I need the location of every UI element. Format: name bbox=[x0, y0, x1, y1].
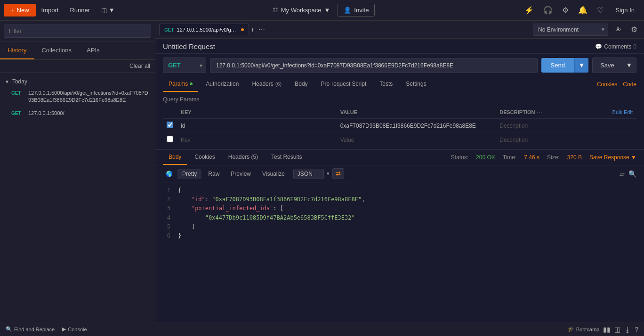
plus-icon: + bbox=[10, 7, 14, 14]
save-response-button[interactable]: Save Response ▼ bbox=[589, 154, 636, 161]
bottom-left: 🔍 Find and Replace ▶ Console bbox=[6, 326, 87, 332]
response-actions: ▱ 🔍 bbox=[620, 170, 636, 178]
more-tabs-button[interactable]: ⋯ bbox=[257, 25, 267, 34]
layout-button[interactable]: ◫ ▼ bbox=[96, 4, 120, 16]
param-desc-empty[interactable] bbox=[499, 137, 633, 143]
method-badge-get-1: GET bbox=[11, 111, 24, 116]
runner-button[interactable]: Runner bbox=[64, 4, 96, 16]
send-dropdown-button[interactable]: ▼ bbox=[574, 58, 588, 73]
param-value-empty[interactable] bbox=[340, 137, 492, 143]
params-tab-headers[interactable]: Headers (6) bbox=[246, 77, 287, 92]
params-table: KEY VALUE DESCRIPTION ⋯ Bulk Edit bbox=[163, 106, 636, 147]
today-label: Today bbox=[12, 78, 27, 85]
navbar: + New Import Runner ◫ ▼ ☷ My Workspace ▼… bbox=[0, 0, 644, 21]
today-section-header[interactable]: ▼ Today bbox=[0, 76, 155, 87]
cookies-code-buttons: Cookies Code bbox=[597, 81, 636, 88]
new-button[interactable]: + New bbox=[4, 4, 36, 16]
search-button[interactable]: 🔍 bbox=[628, 170, 636, 178]
param-key-empty[interactable] bbox=[181, 137, 333, 143]
sign-in-button[interactable]: Sign In bbox=[610, 4, 640, 16]
cookies-link-button[interactable]: Cookies bbox=[597, 81, 617, 88]
params-tab-body[interactable]: Body bbox=[289, 77, 313, 92]
request-tab-0[interactable]: GET 127.0.0.1:5000/api/v0/get_infec... bbox=[159, 24, 249, 35]
url-input[interactable] bbox=[210, 58, 538, 73]
invite-button[interactable]: 👤 Invite bbox=[338, 4, 375, 16]
response-tab-headers[interactable]: Headers (5) bbox=[223, 150, 264, 165]
bottom-right: 🎓 Bootcamp ▮▮ ◫ ⭳ ? bbox=[568, 326, 638, 333]
split-icon-button[interactable]: ◫ bbox=[614, 326, 620, 333]
bulk-edit-button[interactable]: Bulk Edit bbox=[612, 109, 633, 115]
lightning-icon-button[interactable]: ⚡ bbox=[522, 4, 537, 16]
response-tab-test-results[interactable]: Test Results bbox=[266, 150, 307, 165]
params-tab-settings[interactable]: Settings bbox=[400, 77, 432, 92]
code-line-6: } bbox=[178, 231, 636, 240]
method-select[interactable]: GET POST PUT DELETE PATCH bbox=[163, 57, 206, 73]
send-button[interactable]: Send bbox=[541, 58, 574, 73]
url-bar: GET POST PUT DELETE PATCH ▼ Send ▼ Save … bbox=[155, 54, 644, 77]
copy-button[interactable]: ▱ bbox=[620, 170, 625, 178]
params-tab-pre-request[interactable]: Pre-request Script bbox=[315, 77, 372, 92]
settings-icon-button[interactable]: ⚙ bbox=[559, 4, 572, 16]
key-header: KEY bbox=[177, 106, 337, 119]
workspace-button[interactable]: ☷ My Workspace ▼ bbox=[267, 4, 336, 16]
bootcamp-button[interactable]: 🎓 Bootcamp bbox=[568, 326, 600, 332]
history-url-0: 127.0.0.1:5000/api/v0/get_infections?id=… bbox=[28, 90, 150, 104]
code-content: { "id": "0xaF7087D93B08Ea1f3866E9D2Fc7d2… bbox=[178, 186, 636, 240]
globe-icon-button[interactable]: 🌎 bbox=[163, 169, 176, 179]
clear-all-button[interactable]: Clear all bbox=[129, 63, 150, 69]
params-tab-authorization[interactable]: Authorization bbox=[200, 77, 244, 92]
param-checkbox-0[interactable] bbox=[167, 122, 173, 128]
comments-button[interactable]: 💬 Comments 0 bbox=[595, 43, 636, 50]
status-value: 200 OK bbox=[476, 154, 495, 161]
workspace-label: My Workspace bbox=[281, 7, 322, 14]
eye-icon-button[interactable]: 👁 bbox=[612, 24, 624, 35]
code-link-button[interactable]: Code bbox=[623, 81, 636, 88]
format-tab-raw[interactable]: Raw bbox=[203, 169, 224, 179]
add-tab-button[interactable]: + bbox=[249, 25, 257, 34]
response-area: Body Cookies Headers (5) Test Results St… bbox=[155, 149, 644, 322]
layout-columns-icon-button[interactable]: ▮▮ bbox=[603, 326, 611, 333]
import-button[interactable]: Import bbox=[36, 4, 64, 16]
sidebar-tab-apis[interactable]: APIs bbox=[79, 42, 107, 59]
params-tab-tests[interactable]: Tests bbox=[374, 77, 398, 92]
time-label: Time: bbox=[503, 154, 517, 161]
history-item-0[interactable]: GET 127.0.0.1:5000/api/v0/get_infections… bbox=[0, 87, 155, 107]
method-select-wrapper: GET POST PUT DELETE PATCH ▼ bbox=[163, 57, 206, 73]
console-button[interactable]: ▶ Console bbox=[62, 326, 87, 332]
query-params-section: Query Params KEY VALUE DESCRIPTION ⋯ bbox=[155, 92, 644, 149]
gear-icon-button[interactable]: ⚙ bbox=[628, 23, 640, 36]
format-tab-preview[interactable]: Preview bbox=[226, 169, 256, 179]
bottom-bar: 🔍 Find and Replace ▶ Console 🎓 Bootcamp … bbox=[0, 322, 644, 336]
heart-icon-button[interactable]: ♡ bbox=[594, 4, 606, 16]
param-key-0[interactable] bbox=[181, 123, 333, 129]
bell-icon-button[interactable]: 🔔 bbox=[575, 4, 590, 16]
sidebar-tabs: History Collections APIs bbox=[0, 42, 155, 60]
find-replace-button[interactable]: 🔍 Find and Replace bbox=[6, 326, 55, 332]
params-active-dot bbox=[190, 82, 193, 85]
new-label: New bbox=[17, 7, 29, 14]
format-tab-visualize[interactable]: Visualize bbox=[258, 169, 290, 179]
download-icon-button[interactable]: ⭳ bbox=[624, 326, 631, 333]
save-button[interactable]: Save bbox=[592, 57, 622, 73]
format-tab-pretty[interactable]: Pretty bbox=[177, 169, 201, 179]
headphones-icon-button[interactable]: 🎧 bbox=[540, 4, 555, 16]
save-dropdown-button[interactable]: ▼ bbox=[622, 57, 636, 73]
response-tab-body[interactable]: Body bbox=[163, 150, 187, 165]
more-options-button[interactable]: ⋯ bbox=[536, 108, 542, 115]
response-tab-cookies[interactable]: Cookies bbox=[189, 150, 220, 165]
navbar-center: ☷ My Workspace ▼ 👤 Invite bbox=[121, 4, 522, 16]
filter-input[interactable] bbox=[4, 25, 151, 38]
chevron-down-icon: ▼ bbox=[324, 7, 330, 14]
history-item-1[interactable]: GET 127.0.0.1:5000/ bbox=[0, 107, 155, 120]
param-desc-0[interactable] bbox=[499, 123, 633, 129]
wrap-toggle-button[interactable]: ⇄ bbox=[332, 168, 344, 179]
help-icon-button[interactable]: ? bbox=[635, 326, 638, 333]
param-checkbox-empty[interactable] bbox=[167, 136, 173, 142]
sidebar-tab-history[interactable]: History bbox=[0, 42, 34, 59]
sidebar-tab-collections[interactable]: Collections bbox=[34, 42, 79, 59]
code-line-3: "potential_infected_ids": [ bbox=[178, 204, 636, 213]
format-select[interactable]: JSON XML HTML Text bbox=[293, 169, 324, 179]
params-tab-params[interactable]: Params bbox=[163, 77, 198, 92]
param-value-0[interactable] bbox=[340, 123, 492, 129]
environment-select[interactable]: No Environment bbox=[533, 24, 608, 36]
